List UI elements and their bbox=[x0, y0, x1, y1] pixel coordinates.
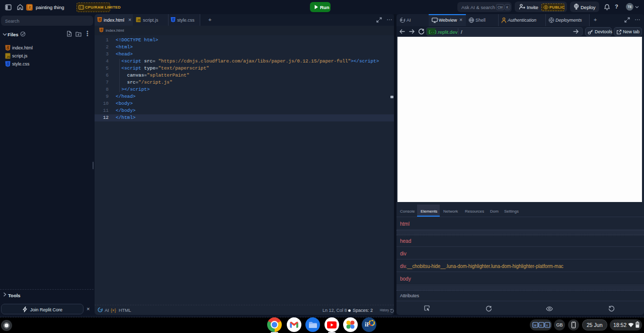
svg-text:JS: JS bbox=[137, 19, 141, 22]
svg-text:w: w bbox=[533, 323, 536, 327]
svg-text:v: v bbox=[540, 323, 542, 327]
svg-text:v: v bbox=[546, 323, 548, 327]
svg-text:JS: JS bbox=[7, 55, 10, 58]
